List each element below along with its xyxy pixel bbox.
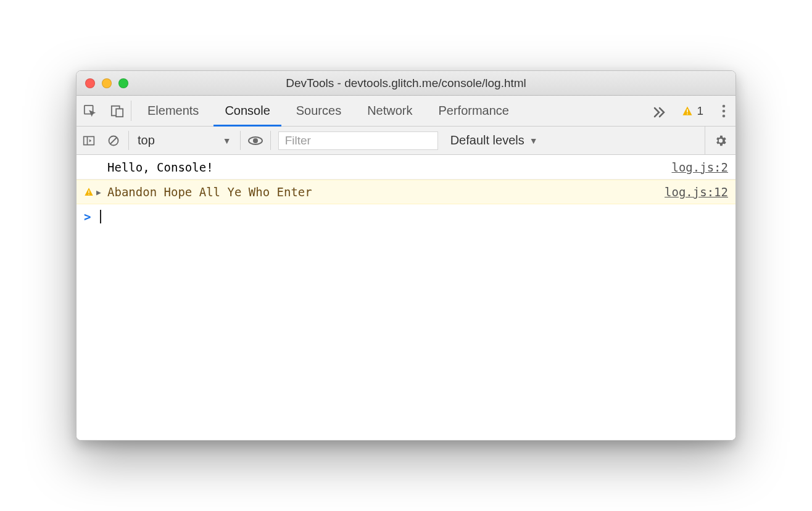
issue-counter[interactable]: 1 <box>673 96 712 126</box>
chevron-down-icon: ▼ <box>223 136 231 146</box>
svg-rect-15 <box>88 194 89 194</box>
tab-performance[interactable]: Performance <box>428 96 521 127</box>
console-row[interactable]: Hello, Console! log.js:2 <box>77 155 735 180</box>
svg-rect-4 <box>687 113 689 114</box>
console-settings-icon[interactable] <box>705 127 735 154</box>
device-toolbar-icon[interactable] <box>104 96 131 126</box>
warning-icon <box>84 187 94 197</box>
prompt-chevron-icon: > <box>84 210 95 223</box>
chevron-down-icon: ▼ <box>529 136 538 146</box>
svg-point-13 <box>253 138 258 143</box>
tab-network[interactable]: Network <box>356 96 423 127</box>
filter-input[interactable] <box>278 131 438 150</box>
tab-elements[interactable]: Elements <box>136 96 210 127</box>
log-level-selector[interactable]: Default levels ▼ <box>443 133 545 147</box>
devtools-window: DevTools - devtools.glitch.me/console/lo… <box>76 70 736 441</box>
zoom-window-button[interactable] <box>118 78 128 88</box>
svg-rect-14 <box>88 190 89 193</box>
svg-point-6 <box>723 109 726 112</box>
window-title: DevTools - devtools.glitch.me/console/lo… <box>77 77 735 90</box>
traffic-lights <box>85 78 128 88</box>
toggle-console-sidebar-icon[interactable] <box>77 135 101 147</box>
svg-point-7 <box>723 114 726 117</box>
source-link[interactable]: log.js:12 <box>665 185 728 199</box>
expand-icon[interactable]: ▶ <box>96 188 101 197</box>
clear-console-icon[interactable] <box>101 135 126 147</box>
close-window-button[interactable] <box>85 78 95 88</box>
warning-icon <box>682 106 693 117</box>
log-message: Hello, Console! <box>107 160 671 174</box>
svg-rect-8 <box>84 136 94 144</box>
warning-count: 1 <box>697 104 703 118</box>
console-output: Hello, Console! log.js:2 ▶ Abandon Hope … <box>77 155 735 440</box>
divider <box>240 131 241 150</box>
live-expression-icon[interactable] <box>243 133 268 148</box>
more-tabs-button[interactable] <box>644 96 673 126</box>
console-prompt[interactable]: > <box>77 204 735 229</box>
execution-context-label: top <box>138 133 155 147</box>
tab-sources[interactable]: Sources <box>285 96 352 127</box>
text-cursor <box>100 210 101 223</box>
execution-context-selector[interactable]: top ▼ <box>131 133 238 147</box>
svg-point-5 <box>723 104 726 107</box>
console-row[interactable]: ▶ Abandon Hope All Ye Who Enter log.js:1… <box>77 180 735 204</box>
inspect-element-icon[interactable] <box>77 96 104 126</box>
log-level-label: Default levels <box>450 133 524 147</box>
row-gutter: ▶ <box>84 187 107 197</box>
panel-tabs: Elements Console Sources Network Perform… <box>77 96 735 127</box>
titlebar: DevTools - devtools.glitch.me/console/lo… <box>77 71 735 96</box>
settings-menu-button[interactable] <box>712 96 735 126</box>
divider <box>128 131 129 150</box>
tab-console[interactable]: Console <box>213 96 281 127</box>
source-link[interactable]: log.js:2 <box>671 160 728 174</box>
svg-line-11 <box>110 138 117 144</box>
minimize-window-button[interactable] <box>102 78 112 88</box>
divider <box>270 131 271 150</box>
tab-list: Elements Console Sources Network Perform… <box>131 96 644 126</box>
svg-rect-2 <box>116 109 123 117</box>
console-toolbar: top ▼ Default levels ▼ <box>77 127 735 155</box>
svg-rect-3 <box>687 109 689 112</box>
log-message: Abandon Hope All Ye Who Enter <box>107 185 665 199</box>
